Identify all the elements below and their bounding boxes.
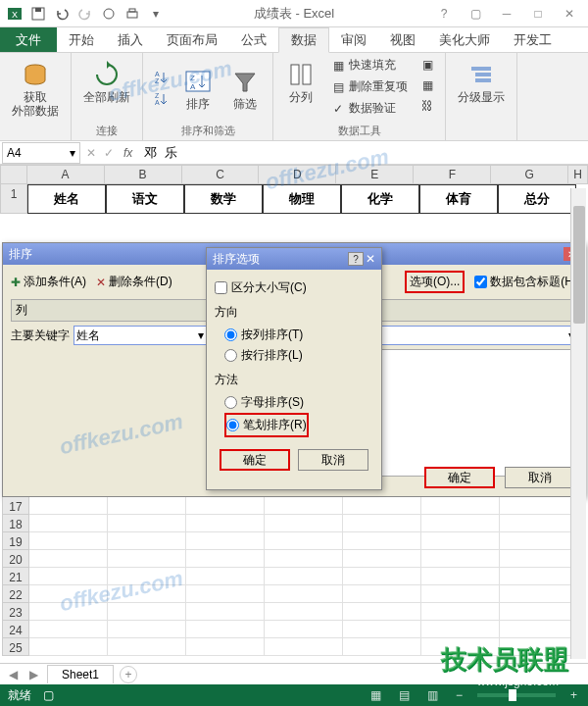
has-header-checkbox[interactable]: 数据包含标题(H) xyxy=(474,274,577,290)
sort-ok-button[interactable]: 确定 xyxy=(424,467,495,488)
zoom-out-icon[interactable]: − xyxy=(453,688,466,702)
tab-file[interactable]: 文件 xyxy=(0,27,57,52)
tab-formula[interactable]: 公式 xyxy=(229,27,278,52)
by-row-radio[interactable]: 按行排序(L) xyxy=(224,345,373,366)
close-button[interactable]: ✕ xyxy=(555,4,584,24)
flash-fill-button[interactable]: ▦快速填充 xyxy=(326,55,412,76)
row-header[interactable]: 18 xyxy=(2,515,29,532)
col-header-c[interactable]: C xyxy=(182,165,260,184)
text-to-columns-button[interactable]: 分列 xyxy=(279,55,322,108)
help-button[interactable]: ? xyxy=(429,4,459,24)
tab-layout[interactable]: 页面布局 xyxy=(155,27,229,52)
normal-view-icon[interactable]: ▦ xyxy=(368,688,384,702)
scrollbar-thumb[interactable] xyxy=(573,206,585,324)
col-header-a[interactable]: A xyxy=(27,165,105,184)
stroke-sort-radio[interactable]: 笔划排序(R) xyxy=(224,413,309,437)
print-icon[interactable] xyxy=(122,3,143,25)
remove-duplicates-button[interactable]: ▤删除重复项 xyxy=(326,76,412,97)
col-header-d[interactable]: D xyxy=(259,165,336,184)
row-header[interactable]: 21 xyxy=(2,568,29,585)
by-column-radio[interactable]: 按列排序(T) xyxy=(224,325,373,345)
redo-icon[interactable] xyxy=(74,3,96,25)
minimize-button[interactable]: ─ xyxy=(492,4,521,24)
cell[interactable]: 总分 xyxy=(498,184,576,214)
cell[interactable]: 姓名 xyxy=(27,184,106,214)
tab-home[interactable]: 开始 xyxy=(57,27,106,52)
filter-button[interactable]: 筛选 xyxy=(223,62,267,115)
sheet-nav-next-icon[interactable]: ▶ xyxy=(26,668,41,681)
col-header-h[interactable]: H xyxy=(568,165,588,184)
tab-review[interactable]: 审阅 xyxy=(329,27,378,52)
opts-close-icon[interactable]: ✕ xyxy=(366,252,375,266)
consolidate-button[interactable]: ▣ xyxy=(416,55,439,75)
sort-options-button[interactable]: 选项(O)... xyxy=(405,271,465,293)
opts-dialog-titlebar[interactable]: 排序选项 ? ✕ xyxy=(207,248,381,270)
tab-beauty[interactable]: 美化大师 xyxy=(427,27,502,52)
add-condition-button[interactable]: ✚添加条件(A) xyxy=(11,274,86,290)
row-header[interactable]: 17 xyxy=(2,497,29,515)
vertical-scrollbar[interactable] xyxy=(570,188,586,659)
row-header[interactable]: 24 xyxy=(2,621,29,638)
formula-input[interactable] xyxy=(138,142,588,164)
outline-button[interactable]: 分级显示 xyxy=(452,55,511,108)
fx-icon[interactable]: fx xyxy=(118,146,138,160)
relation-button[interactable]: ⛓ xyxy=(416,96,439,116)
tab-dev[interactable]: 开发工 xyxy=(502,27,564,52)
name-box-dropdown-icon[interactable]: ▾ xyxy=(70,146,75,160)
tab-view[interactable]: 视图 xyxy=(378,27,427,52)
accept-formula-icon[interactable]: ✓ xyxy=(100,146,118,160)
opts-help-icon[interactable]: ? xyxy=(348,252,364,266)
col-header-e[interactable]: E xyxy=(336,165,414,184)
alpha-sort-radio[interactable]: 字母排序(S) xyxy=(224,392,373,413)
column-section: 列 主要关键字 姓名 ▾ xyxy=(11,299,207,477)
select-all-cell[interactable] xyxy=(0,165,27,184)
row-header[interactable]: 22 xyxy=(2,585,29,603)
sort-cancel-button[interactable]: 取消 xyxy=(505,467,575,488)
col-header-b[interactable]: B xyxy=(105,165,182,184)
page-layout-view-icon[interactable]: ▤ xyxy=(396,688,413,702)
record-macro-icon[interactable]: ▢ xyxy=(43,688,54,702)
tab-insert[interactable]: 插入 xyxy=(106,27,155,52)
page-break-view-icon[interactable]: ▥ xyxy=(424,688,441,702)
zoom-slider[interactable] xyxy=(477,693,556,697)
col-header-g[interactable]: G xyxy=(491,165,568,184)
sheet-nav-prev-icon[interactable]: ◀ xyxy=(6,668,21,681)
add-sheet-button[interactable]: + xyxy=(120,666,137,683)
sort-button[interactable]: ZA 排序 xyxy=(176,62,220,115)
case-sensitive-checkbox[interactable]: 区分大小写(C) xyxy=(215,277,373,298)
zoom-thumb[interactable] xyxy=(509,689,516,701)
data-validation-button[interactable]: ✓数据验证 xyxy=(326,98,412,119)
row-header-1[interactable]: 1 xyxy=(0,184,27,214)
opts-ok-button[interactable]: 确定 xyxy=(220,449,290,471)
cell[interactable]: 语文 xyxy=(106,184,184,214)
cancel-formula-icon[interactable]: ✕ xyxy=(82,146,100,160)
get-external-data-button[interactable]: 获取 外部数据 xyxy=(6,55,65,123)
excel-icon[interactable]: X xyxy=(4,3,25,25)
sheet-tab-1[interactable]: Sheet1 xyxy=(47,665,114,683)
row-header[interactable]: 23 xyxy=(2,603,29,621)
delete-condition-button[interactable]: ✕删除条件(D) xyxy=(96,274,172,290)
col-header-f[interactable]: F xyxy=(414,165,491,184)
tab-data[interactable]: 数据 xyxy=(278,27,329,53)
row-header[interactable]: 20 xyxy=(2,550,29,568)
save-icon[interactable] xyxy=(27,3,49,25)
primary-keyword-select[interactable]: 姓名 ▾ xyxy=(74,326,207,345)
sort-desc-button[interactable]: ZA xyxy=(149,89,172,109)
row-header[interactable]: 25 xyxy=(2,638,29,656)
cell[interactable]: 体育 xyxy=(419,184,498,214)
maximize-button[interactable]: □ xyxy=(523,4,553,24)
row-header[interactable]: 19 xyxy=(2,532,29,550)
cell[interactable]: 数学 xyxy=(184,184,263,214)
opts-cancel-button[interactable]: 取消 xyxy=(298,449,368,471)
refresh-all-button[interactable]: 全部刷新 xyxy=(77,55,136,108)
name-box[interactable]: A4 ▾ xyxy=(2,142,80,164)
zoom-in-icon[interactable]: + xyxy=(567,688,580,702)
sort-asc-button[interactable]: AZ xyxy=(149,68,172,87)
ribbon-options-icon[interactable]: ▢ xyxy=(461,4,490,24)
undo-icon[interactable] xyxy=(51,3,73,25)
qat-more-icon[interactable]: ▾ xyxy=(145,3,167,25)
touch-mode-icon[interactable] xyxy=(98,3,120,25)
cell[interactable]: 物理 xyxy=(263,184,341,214)
cell[interactable]: 化学 xyxy=(341,184,419,214)
whatif-button[interactable]: ▦ xyxy=(416,76,439,95)
